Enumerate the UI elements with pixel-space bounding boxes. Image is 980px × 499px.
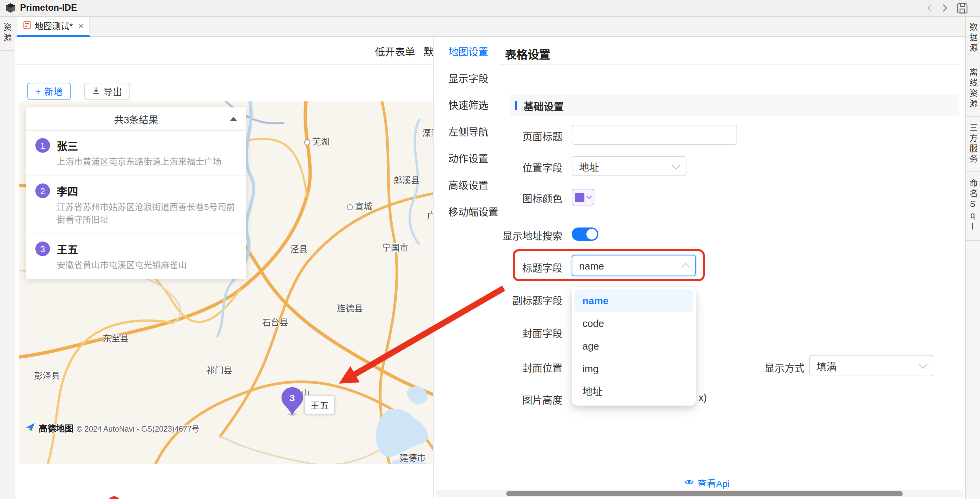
marker-badge: 3 [35, 242, 50, 256]
address-search-toggle[interactable] [572, 227, 598, 241]
export-button-label: 导出 [103, 85, 122, 98]
display-mode-label: 显示方式 [740, 360, 805, 374]
cover-position-label: 封面位置 [476, 360, 562, 374]
list-item[interactable]: 2 李四 江苏省苏州市姑苏区沧浪街道西善长巷5号司前街看守所旧址 [26, 176, 246, 234]
tab-bar: 地图测试* × [15, 16, 965, 37]
result-address: 江苏省苏州市姑苏区沧浪街道西善长巷5号司前街看守所旧址 [57, 201, 237, 226]
map-copyright: © 2024 AutoNavi - GS(2023)4677号 [77, 423, 199, 433]
map-label: 旌德县 [337, 302, 363, 314]
dropdown-option-age[interactable]: age [574, 335, 693, 358]
tab-close-icon[interactable]: × [78, 20, 83, 31]
right-rail-item-offline[interactable]: 离线资源 [966, 61, 980, 116]
amap-brand[interactable]: 高德地图 [39, 422, 73, 434]
toolbar-item-lowcode-form[interactable]: 低开表单 [375, 44, 415, 58]
svg-text:3: 3 [290, 393, 295, 403]
tab-label: 地图测试* [35, 19, 73, 32]
chevron-down-icon [919, 360, 927, 369]
chevron-down-icon [672, 161, 680, 169]
result-address: 安徽省黄山市屯溪区屯光镇麻雀山 [57, 259, 237, 272]
location-field-select[interactable]: 地址 [572, 156, 686, 176]
right-rail: 数据源 离线资源 三方服务 命名Sql [965, 16, 980, 499]
add-button[interactable]: + 新增 [27, 83, 71, 100]
save-icon[interactable] [957, 3, 968, 14]
right-rail-item-datasource[interactable]: 数据源 [966, 16, 980, 61]
nav-back-icon[interactable] [924, 3, 936, 14]
toolbar-item-default[interactable]: 默 [424, 44, 433, 58]
right-rail-item-namedsql[interactable]: 命名Sql [966, 172, 980, 240]
title-field-label: 标题字段 [476, 260, 562, 274]
list-item[interactable]: 1 张三 上海市黄浦区南京东路街道上海来福士广场 [26, 131, 246, 176]
rail-label: 离线资源 [967, 68, 979, 109]
result-name: 张三 [57, 137, 78, 153]
export-button[interactable]: 导出 [84, 83, 130, 100]
app-title: Primeton-IDE [20, 0, 77, 16]
color-swatch [575, 192, 584, 202]
map-label: 彭泽县 [34, 369, 60, 381]
dropdown-option-address[interactable]: 地址 [574, 380, 693, 403]
settings-nav-quickfilter[interactable]: 快速筛选 [434, 92, 500, 119]
eye-icon [685, 477, 694, 489]
map-label: 建德市 [399, 451, 426, 464]
dropdown-option-code[interactable]: code [574, 312, 693, 335]
tab-map-test[interactable]: 地图测试* × [17, 16, 91, 37]
icon-color-picker[interactable] [572, 189, 594, 205]
title-field-select[interactable]: name [572, 255, 696, 276]
map-label: 东至县 [103, 332, 129, 344]
location-field-label: 位置字段 [476, 160, 562, 174]
map-marker-label[interactable]: 王五 [304, 395, 335, 414]
marker-badge: 2 [35, 183, 50, 198]
settings-nav-fields[interactable]: 显示字段 [434, 65, 500, 92]
left-rail-label: 资源 [1, 23, 13, 43]
download-icon [92, 86, 100, 97]
map-label: 宣城 [347, 199, 372, 212]
left-rail-item-resources[interactable]: 资源 [0, 16, 14, 51]
results-header[interactable]: 共3条结果 [26, 107, 246, 131]
left-rail: 资源 [0, 16, 15, 499]
right-rail-item-thirdparty[interactable]: 三方服务 [966, 116, 980, 172]
section-title: 基础设置 [524, 99, 564, 113]
nav-forward-icon[interactable] [939, 3, 951, 14]
result-address: 上海市黄浦区南京东路街道上海来福士广场 [57, 156, 237, 168]
settings-nav-map[interactable]: 地图设置 [434, 39, 500, 65]
map-label: 溧阳 [422, 126, 433, 139]
results-panel: 共3条结果 1 张三 上海市黄浦区南京东路街道上海来福士广场 2 李四 江苏省苏… [26, 107, 246, 279]
map-label: 石台县 [262, 316, 288, 328]
list-item[interactable]: 3 王五 安徽省黄山市屯溪区屯光镇麻雀山 [26, 234, 246, 279]
results-summary: 共3条结果 [114, 112, 158, 126]
subtitle-field-label: 副标题字段 [476, 293, 562, 307]
result-name: 李四 [57, 183, 78, 199]
chevron-down-icon [586, 194, 592, 199]
toggle-knob [586, 229, 597, 240]
app-logo-icon [5, 3, 16, 13]
image-height-label: 图片高度 [476, 392, 562, 406]
rail-label: 三方服务 [967, 123, 979, 164]
form-doc-icon [23, 20, 31, 32]
rail-label: 命名Sql [967, 178, 979, 233]
settings-title: 表格设置 [505, 45, 550, 62]
amap-logo-icon[interactable] [25, 422, 35, 434]
map-label: 祁门县 [206, 364, 232, 376]
result-name: 王五 [57, 241, 78, 257]
map-label: 郎溪县 [394, 173, 420, 186]
map-label: 芜湖 [304, 135, 329, 148]
page-title-input[interactable] [572, 125, 737, 145]
top-bar: Primeton-IDE [0, 0, 980, 17]
settings-header-divider [500, 64, 959, 65]
location-field-value: 地址 [579, 159, 599, 173]
map-marker-pin[interactable]: 3 [281, 387, 304, 416]
collapse-caret-icon[interactable] [230, 117, 237, 121]
image-height-suffix: x) [698, 392, 707, 403]
dropdown-option-name[interactable]: name [574, 289, 693, 312]
address-search-label: 显示地址搜索 [476, 228, 562, 242]
icon-color-label: 图标颜色 [476, 191, 562, 205]
view-api-label: 查看Api [697, 476, 730, 489]
title-field-dropdown: name code age img 地址 [572, 287, 696, 405]
plus-icon: + [35, 86, 41, 97]
view-api-link[interactable]: 查看Api [660, 476, 754, 489]
app-window: Primeton-IDE 资源 数据源 离线资源 三方服务 命名Sql 地图测试… [0, 0, 980, 499]
horizontal-scrollbar-thumb[interactable] [506, 491, 903, 496]
marker-badge: 1 [35, 138, 50, 153]
dropdown-option-img[interactable]: img [574, 358, 693, 380]
display-mode-select[interactable]: 填满 [809, 355, 933, 376]
section-basic-settings: 基础设置 [510, 95, 959, 116]
